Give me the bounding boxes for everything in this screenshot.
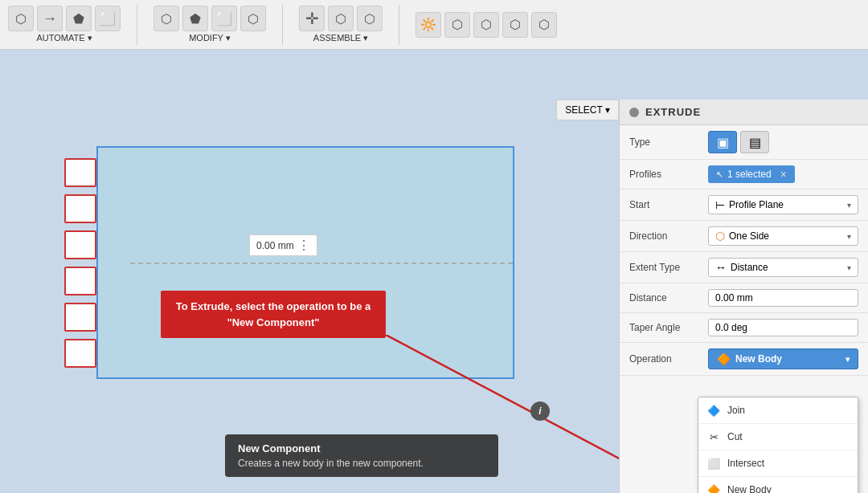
extra-icon-4[interactable]: ⬡ [502, 12, 528, 38]
panel-row-distance: Distance [620, 283, 868, 313]
sketch-body [96, 146, 514, 379]
dimension-label: 0.00 mm ⋮ [249, 234, 317, 256]
extent-type-icon: ↔ [715, 261, 727, 274]
modify-icon-4[interactable]: ⬡ [240, 6, 266, 31]
extent-type-arrow: ▾ [847, 263, 851, 272]
cut-icon: ✂ [706, 430, 721, 444]
select-button[interactable]: SELECT ▾ [556, 100, 619, 120]
extent-type-control: ↔ Distance ▾ [708, 258, 858, 277]
tooltip-description: Creates a new body in the new component. [238, 458, 485, 469]
dim-dots-icon[interactable]: ⋮ [297, 238, 310, 253]
intersect-label: Intersect [727, 458, 764, 469]
panel-header-dot [629, 108, 639, 117]
direction-dropdown-arrow: ▾ [847, 232, 851, 241]
type-btn-surface[interactable]: ▤ [740, 131, 769, 153]
panel-title: EXTRUDE [645, 106, 701, 118]
new-body-label: New Body [727, 484, 772, 493]
automate-icon-2[interactable]: → [37, 6, 63, 31]
direction-dropdown-value: One Side [729, 230, 769, 242]
type-btn-solid[interactable]: ▣ [708, 131, 737, 153]
assemble-icon-move[interactable]: ✛ [299, 6, 325, 31]
modify-icon-3[interactable]: ⬜ [211, 6, 237, 31]
modify-label[interactable]: MODIFY ▾ [189, 33, 231, 43]
cursor-icon: ↖ [716, 169, 723, 180]
annotation-text: To Extrude, select the operation to be a… [176, 300, 371, 328]
profiles-clear-button[interactable]: × [780, 168, 787, 181]
automate-icon-4[interactable]: ⬜ [95, 6, 121, 31]
toolbar-divider-2 [282, 5, 283, 45]
operation-label: Operation [629, 353, 702, 365]
new-body-icon: 🔶 [706, 483, 721, 493]
menu-item-new-body[interactable]: 🔶 New Body [698, 477, 858, 493]
sketch-dashed-line [130, 263, 513, 264]
panel-row-type: Type ▣ ▤ [620, 125, 868, 160]
extra-icon-5[interactable]: ⬡ [531, 12, 557, 38]
toolbar-group-automate: ⬡ → ⬟ ⬜ AUTOMATE ▾ [8, 6, 121, 43]
menu-item-intersect[interactable]: ⬜ Intersect [698, 450, 858, 477]
automate-label[interactable]: AUTOMATE ▾ [36, 33, 92, 43]
join-icon: 🔷 [706, 403, 721, 418]
assemble-icon-2[interactable]: ⬡ [328, 6, 354, 31]
menu-item-join[interactable]: 🔷 Join [698, 397, 858, 424]
panel-row-start: Start ⊢ Profile Plane ▾ [620, 189, 868, 221]
operation-dropdown-menu: 🔷 Join ✂ Cut ⬜ Intersect 🔶 New Body 🔶 Ne… [698, 397, 858, 493]
extrude-panel: EXTRUDE Type ▣ ▤ Profiles ↖ 1 selected × [619, 100, 868, 493]
sketch-tab-2 [64, 194, 96, 223]
type-control: ▣ ▤ [708, 131, 858, 153]
direction-dropdown[interactable]: ⬡ One Side ▾ [708, 226, 858, 246]
type-label: Type [629, 136, 702, 148]
panel-row-extent-type: Extent Type ↔ Distance ▾ [620, 252, 868, 283]
start-dropdown-icon: ⊢ [715, 198, 725, 211]
sketch-tab-4 [64, 267, 96, 295]
operation-dropdown[interactable]: 🔶 New Body ▾ [708, 348, 858, 369]
panel-row-profiles: Profiles ↖ 1 selected × [620, 160, 868, 189]
intersect-icon: ⬜ [706, 456, 721, 471]
extent-type-dropdown[interactable]: ↔ Distance ▾ [708, 258, 858, 277]
profiles-label: Profiles [629, 169, 702, 180]
operation-arrow: ▾ [845, 355, 850, 364]
extra-icon-2[interactable]: ⬡ [444, 12, 470, 38]
automate-icon-3[interactable]: ⬟ [66, 6, 92, 31]
operation-icon: 🔶 [717, 352, 731, 365]
profiles-badge[interactable]: ↖ 1 selected × [708, 165, 795, 183]
toolbar-extra-icons: 🔆 ⬡ ⬡ ⬡ ⬡ [416, 12, 557, 38]
panel-row-operation: Operation 🔶 New Body ▾ [620, 343, 868, 376]
dimension-value: 0.00 mm [256, 240, 294, 251]
modify-icon-2[interactable]: ⬟ [182, 6, 208, 31]
extent-type-value: Distance [731, 262, 768, 273]
panel-row-direction: Direction ⬡ One Side ▾ [620, 221, 868, 252]
toolbar-group-modify: ⬡ ⬟ ⬜ ⬡ MODIFY ▾ [154, 6, 266, 43]
taper-angle-label: Taper Angle [629, 322, 702, 333]
sketch-tab-1 [64, 158, 96, 187]
info-button[interactable]: i [530, 401, 550, 421]
cad-sketch [64, 146, 514, 379]
profiles-value: 1 selected [727, 169, 772, 180]
distance-label: Distance [629, 292, 702, 304]
taper-angle-control [708, 319, 858, 336]
extra-icon-3[interactable]: ⬡ [473, 12, 499, 38]
tooltip-title: New Component [238, 442, 485, 454]
operation-control: 🔶 New Body ▾ [708, 348, 858, 369]
sketch-tab-5 [64, 303, 96, 332]
toolbar-divider-3 [399, 5, 399, 45]
operation-value: New Body [735, 353, 782, 365]
annotation-box: To Extrude, select the operation to be a… [161, 291, 386, 338]
automate-icon-1[interactable]: ⬡ [8, 6, 34, 31]
modify-icon-1[interactable]: ⬡ [154, 6, 179, 31]
distance-control [708, 289, 858, 307]
tooltip-box: New Component Creates a new body in the … [225, 434, 498, 477]
menu-item-cut[interactable]: ✂ Cut [698, 424, 858, 450]
toolbar-divider-1 [137, 5, 137, 45]
start-dropdown-value: Profile Plane [729, 199, 784, 210]
direction-control: ⬡ One Side ▾ [708, 226, 858, 246]
assemble-icon-3[interactable]: ⬡ [357, 6, 383, 31]
toolbar: ⬡ → ⬟ ⬜ AUTOMATE ▾ ⬡ ⬟ ⬜ ⬡ MODIFY ▾ ✛ ⬡ … [0, 0, 868, 50]
extra-icon-1[interactable]: 🔆 [416, 12, 441, 38]
distance-input[interactable] [708, 289, 858, 307]
assemble-label[interactable]: ASSEMBLE ▾ [313, 33, 368, 43]
start-dropdown[interactable]: ⊢ Profile Plane ▾ [708, 195, 858, 214]
select-label: SELECT ▾ [565, 104, 610, 116]
type-btn-group: ▣ ▤ [708, 131, 769, 153]
cut-label: Cut [727, 431, 743, 442]
taper-angle-input[interactable] [708, 319, 858, 336]
